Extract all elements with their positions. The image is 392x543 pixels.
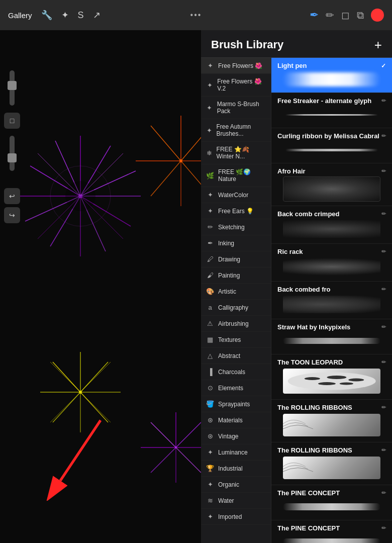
category-item-elements[interactable]: ⊙ Elements xyxy=(201,380,271,396)
brush-item-straw-hat[interactable]: Straw Hat by Inkypixels ✏ xyxy=(271,319,392,354)
category-item-airbrushing[interactable]: ⚠ Airbrushing xyxy=(201,316,271,332)
opacity-slider[interactable] xyxy=(10,70,15,106)
brush-label: The TOON LEOPARD ✏ xyxy=(277,354,386,366)
rolling-preview xyxy=(283,414,380,436)
brush-label: Back combed fro ✏ xyxy=(277,282,386,293)
modify-icon[interactable]: ✦ xyxy=(61,10,69,21)
category-item-free-nature[interactable]: 🌿 FREE 🌿🌍 Nature xyxy=(201,164,271,187)
svg-point-53 xyxy=(305,377,320,380)
redo-button[interactable]: ↪ xyxy=(4,207,20,223)
brush-label: Straw Hat by Inkypixels ✏ xyxy=(277,319,386,331)
smudge-icon[interactable]: ✏ xyxy=(326,9,334,21)
opacity-slider-container xyxy=(10,70,15,106)
category-item-textures[interactable]: ▦ Textures xyxy=(201,332,271,348)
svg-line-29 xyxy=(50,362,80,392)
category-item-free-winter[interactable]: ❄ FREE ⭐🍂 Winter N... xyxy=(201,142,271,164)
category-item-free-ears[interactable]: ✦ Free Ears 💡 xyxy=(201,203,271,219)
opacity-slider-thumb[interactable] xyxy=(8,81,17,90)
brush-item-light-pen[interactable]: Light pen ✓ xyxy=(271,58,392,93)
category-label: Imported xyxy=(218,513,242,520)
brush-name: Afro Hair xyxy=(277,167,306,175)
category-item-free-flowers[interactable]: ✦ Free Flowers 🌺 xyxy=(201,58,271,74)
gallery-button[interactable]: Gallery xyxy=(8,11,32,20)
brush-name: The ROLLING RIBBONS xyxy=(277,404,352,411)
rolling-preview xyxy=(283,457,380,479)
category-icon: ▦ xyxy=(206,336,214,343)
category-item-spraypaints[interactable]: 🪣 Spraypaints xyxy=(201,396,271,412)
size-slider[interactable] xyxy=(10,136,15,171)
category-item-drawing[interactable]: 🖊 Drawing xyxy=(201,251,271,267)
category-icon: ✦ xyxy=(206,207,214,215)
edit-icon: ✏ xyxy=(381,133,386,139)
eraser-icon[interactable]: ◻ xyxy=(341,9,350,21)
category-item-abstract[interactable]: △ Abstract xyxy=(201,348,271,364)
brush-preview xyxy=(277,69,386,89)
category-item-organic[interactable]: ✦ Organic xyxy=(201,477,271,493)
category-item-charcoals[interactable]: ▐ Charcoals xyxy=(201,364,271,380)
add-brush-button[interactable]: + xyxy=(374,38,382,51)
wrench-icon[interactable]: 🔧 xyxy=(41,10,52,21)
brush-item-back-combed-fro[interactable]: Back combed fro ✏ xyxy=(271,282,392,319)
brush-item-pine-concept-1[interactable]: The PINE CONCEPT ✏ xyxy=(271,485,392,520)
brush-name: Back comb crimped xyxy=(277,210,340,218)
rolling-svg xyxy=(283,414,380,436)
category-item-water[interactable]: ≋ Water xyxy=(201,493,271,509)
brush-name: The ROLLING RIBBONS xyxy=(277,446,352,454)
three-dots[interactable]: ••• xyxy=(190,11,202,20)
category-icon: ✦ xyxy=(206,104,213,112)
category-label: Drawing xyxy=(218,256,240,263)
svg-line-40 xyxy=(151,126,181,161)
category-item-luminance[interactable]: ✦ Luminance xyxy=(201,444,271,461)
brush-item-free-streaker[interactable]: Free Streaker - alternate glyph ✏ xyxy=(271,93,392,128)
brush-item-curling-ribbon[interactable]: Curling ribbon by Melissa Cabral ✏ xyxy=(271,128,392,163)
category-icon: ✦ xyxy=(206,448,214,456)
category-item-free-autumn[interactable]: ✦ Free Autumn Brushes... xyxy=(201,119,271,142)
stroke-thick-preview xyxy=(285,149,378,151)
brush-label: Free Streaker - alternate glyph ✏ xyxy=(277,93,386,105)
svg-line-43 xyxy=(176,422,201,447)
backcomb-preview xyxy=(283,220,380,238)
brush-name: Free Streaker - alternate glyph xyxy=(277,97,371,105)
square-tool[interactable]: □ xyxy=(4,113,20,129)
category-item-imported[interactable]: ✦ Imported xyxy=(201,509,271,525)
category-item-vintage[interactable]: ⊛ Vintage xyxy=(201,428,271,444)
brush-item-afro-hair[interactable]: Afro Hair ✏ xyxy=(271,163,392,206)
brush-item-rolling-ribbons-1[interactable]: The ROLLING RIBBONS ✏ xyxy=(271,400,392,442)
record-button[interactable] xyxy=(371,9,384,22)
size-slider-thumb[interactable] xyxy=(8,153,17,162)
category-item-sketching[interactable]: ✏ Sketching xyxy=(201,219,271,235)
brush-item-rolling-ribbons-2[interactable]: The ROLLING RIBBONS ✏ xyxy=(271,442,392,485)
svg-line-51 xyxy=(60,420,101,481)
category-item-marmo[interactable]: ✦ Marmo S-Brush Pack xyxy=(201,97,271,119)
category-item-free-flowers-v2[interactable]: ✦ Free Flowers 🌺 V.2 xyxy=(201,74,271,97)
layers-icon[interactable]: ⧉ xyxy=(357,10,364,21)
brush-item-back-comb-crimped[interactable]: Back comb crimped ✏ xyxy=(271,206,392,244)
category-item-industrial[interactable]: 🏆 Industrial xyxy=(201,461,271,477)
category-icon: 🪣 xyxy=(206,400,214,408)
category-item-inking[interactable]: ✒ Inking xyxy=(201,235,271,251)
category-item-calligraphy[interactable]: a Calligraphy xyxy=(201,300,271,316)
brush-item-ric-rack[interactable]: Ric rack ✏ xyxy=(271,244,392,282)
category-item-painting[interactable]: 🖌 Painting xyxy=(201,267,271,284)
category-label: Free Flowers 🌺 xyxy=(218,62,262,69)
category-icon: ✦ xyxy=(206,481,214,488)
category-item-artistic[interactable]: 🎨 Artistic xyxy=(201,284,271,300)
brush-label: Afro Hair ✏ xyxy=(277,163,386,175)
category-label: Airbrushing xyxy=(218,320,249,327)
brush-item-toon-leopard[interactable]: The TOON LEOPARD ✏ xyxy=(271,354,392,400)
leopard-svg xyxy=(283,369,380,394)
category-label: Luminance xyxy=(218,449,248,456)
transform-icon[interactable]: S xyxy=(78,10,84,21)
move-icon[interactable]: ↗ xyxy=(93,10,101,21)
edit-icon: ✏ xyxy=(381,98,386,104)
category-icon: ⚠ xyxy=(206,320,214,327)
category-label: WaterColor xyxy=(218,192,248,199)
brush-icon[interactable]: ✒ xyxy=(310,9,319,22)
red-arrow-annotation xyxy=(30,410,131,503)
category-item-materials[interactable]: ⊛ Materials xyxy=(201,412,271,428)
svg-line-34 xyxy=(181,126,201,161)
brush-item-pine-concept-2[interactable]: The PINE CONCEPT ✏ xyxy=(271,520,392,543)
category-item-watercolor[interactable]: ✦ WaterColor xyxy=(201,187,271,203)
undo-button[interactable]: ↩ xyxy=(4,188,20,204)
category-label: Marmo S-Brush Pack xyxy=(217,101,266,115)
